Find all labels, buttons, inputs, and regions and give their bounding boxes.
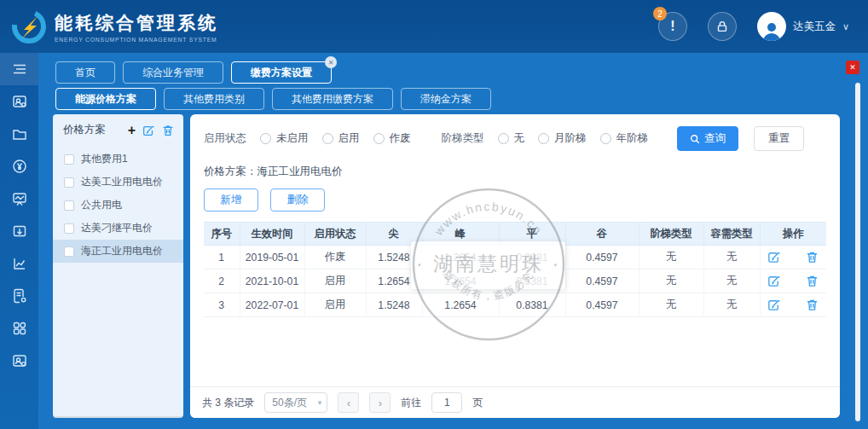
plan-line-label: 价格方案： (204, 165, 258, 177)
app-subtitle: ENERGY CONSUMPTION MANAGEMENT SYSTEM (55, 37, 218, 43)
lock-button[interactable] (708, 12, 737, 41)
app-logo: 能耗综合管理系统 ENERGY CONSUMPTION MANAGEMENT S… (12, 9, 218, 43)
sidebar-item-menu[interactable] (0, 53, 38, 85)
radio-enabled[interactable] (322, 133, 333, 144)
sidebar-item-export[interactable] (0, 215, 38, 247)
reset-button[interactable]: 重置 (754, 126, 804, 151)
sidebar-item-user-settings-2[interactable] (0, 345, 38, 377)
panel-title: 价格方案 (63, 123, 106, 137)
price-plan-item[interactable]: 达美刁继平电价 (53, 217, 183, 240)
sidebar-item-doc-settings[interactable] (0, 280, 38, 312)
table-actions: 新增 删除 (204, 188, 826, 212)
top-bar: 能耗综合管理系统 ENERGY CONSUMPTION MANAGEMENT S… (0, 0, 868, 53)
edit-plan-icon[interactable] (142, 124, 155, 137)
secondary-tab-bar: 能源价格方案 其他费用类别 其他费用缴费方案 滞纳金方案 (55, 88, 491, 110)
user-menu[interactable]: 达美五金 ∨ (757, 12, 849, 41)
tab-payment-plan-settings[interactable]: 缴费方案设置 ✕ (231, 61, 332, 84)
edit-row-button[interactable] (767, 298, 781, 312)
checkbox[interactable] (64, 200, 74, 211)
table-header-row: 序号 生效时间 启用状态 尖 峰 平 谷 阶梯类型 容需类型 操作 (204, 223, 826, 246)
next-page-button[interactable]: › (369, 392, 391, 413)
table-row: 3 2022-07-01 启用 1.5248 1.2654 0.8381 0.4… (204, 293, 826, 317)
close-all-button[interactable]: ✕ (846, 61, 859, 74)
add-button[interactable]: 新增 (204, 188, 258, 212)
delete-row-button[interactable] (805, 274, 819, 288)
delete-row-button[interactable] (805, 250, 819, 264)
username: 达美五金 (793, 20, 836, 34)
exclamation-icon: ! (670, 19, 674, 34)
ladder-filter-label: 阶梯类型 (442, 131, 484, 146)
delete-row-button[interactable] (805, 298, 819, 312)
caret-down-icon: ▾ (318, 398, 322, 407)
checkbox[interactable] (64, 154, 74, 165)
status-filter-label: 启用状态 (204, 131, 246, 146)
page-size-select[interactable]: 50条/页 ▾ (264, 392, 327, 413)
sidebar-item-reports[interactable] (0, 247, 38, 280)
radio-ladder-monthly[interactable] (538, 133, 549, 144)
delete-plan-icon[interactable] (161, 124, 175, 137)
presentation-chart-icon (11, 190, 28, 207)
logo-icon (12, 9, 46, 43)
sidebar-item-files[interactable] (0, 118, 38, 150)
lock-icon (715, 19, 730, 34)
checkbox[interactable] (64, 177, 74, 188)
apps-grid-icon (11, 320, 28, 337)
prev-page-button[interactable]: ‹ (338, 392, 359, 413)
radio-voided[interactable] (373, 133, 385, 144)
search-icon (690, 134, 700, 144)
tab-other-fee-payment-plan[interactable]: 其他费用缴费方案 (272, 88, 393, 110)
add-plan-icon[interactable]: + (128, 124, 136, 137)
table-row: 1 2019-05-01 作废 1.5248 1.2654 0.8381 0.4… (204, 246, 826, 270)
filter-bar: 启用状态 未启用 启用 作废 阶梯类型 无 月阶梯 年阶梯 查询 (204, 126, 826, 151)
checkbox[interactable] (64, 246, 74, 257)
folder-download-icon (11, 223, 28, 240)
price-plan-item-selected[interactable]: 海正工业用电电价 (53, 240, 183, 263)
vertical-scrollbar[interactable] (855, 83, 860, 421)
tab-late-fee-plan[interactable]: 滞纳金方案 (401, 88, 491, 110)
sidebar-item-apps[interactable] (0, 312, 38, 345)
pagination-bar: 共 3 条记录 50条/页 ▾ ‹ › 前往 页 (190, 386, 840, 418)
folder-icon (11, 125, 28, 142)
avatar (757, 12, 786, 41)
tab-energy-price-plan[interactable]: 能源价格方案 (55, 88, 156, 110)
notification-badge: 2 (653, 7, 667, 20)
search-button[interactable]: 查询 (677, 126, 738, 151)
checkbox[interactable] (64, 223, 74, 234)
line-chart-icon (11, 255, 28, 272)
radio-ladder-yearly[interactable] (600, 133, 611, 144)
price-plan-item[interactable]: 其他费用1 (53, 148, 183, 171)
sidebar-item-billing[interactable] (0, 150, 38, 183)
table-row: 2 2021-10-01 启用 1.2654 1.2654 0.8381 0.4… (204, 270, 826, 293)
sidebar-item-dashboard[interactable] (0, 183, 38, 215)
tab-home[interactable]: 首页 (55, 61, 115, 84)
page-number-input[interactable] (431, 392, 462, 413)
edit-row-button[interactable] (767, 274, 781, 288)
primary-tab-bar: 首页 综合业务管理 缴费方案设置 ✕ (55, 61, 332, 84)
price-plan-item[interactable]: 达美工业用电电价 (53, 171, 183, 194)
content-area: 首页 综合业务管理 缴费方案设置 ✕ ✕ 能源价格方案 其他费用类别 其他费用缴… (38, 53, 868, 429)
price-plan-list: 其他费用1 达美工业用电电价 公共用电 达美刁继平电价 海正工业用电电价 (53, 148, 183, 263)
page-unit-label: 页 (472, 396, 483, 410)
tab-other-fee-category[interactable]: 其他费用类别 (164, 88, 264, 110)
main-panel: 启用状态 未启用 启用 作废 阶梯类型 无 月阶梯 年阶梯 查询 (190, 114, 840, 418)
app-title: 能耗综合管理系统 (55, 11, 218, 35)
goto-label: 前往 (401, 396, 421, 410)
total-records: 共 3 条记录 (202, 396, 254, 410)
sidebar-item-user-settings[interactable] (0, 85, 38, 118)
radio-ladder-none[interactable] (498, 133, 509, 144)
edit-row-button[interactable] (767, 250, 781, 264)
tab-business-management[interactable]: 综合业务管理 (123, 61, 223, 84)
price-plan-panel: 价格方案 + 其他费用1 达美工业用电电价 公共 (53, 114, 183, 418)
delete-button[interactable]: 删除 (270, 188, 325, 212)
selected-plan-line: 价格方案：海正工业用电电价 (204, 165, 826, 179)
radio-not-enabled[interactable] (260, 133, 271, 144)
notification-button[interactable]: ! 2 (658, 12, 687, 41)
price-table: 序号 生效时间 启用状态 尖 峰 平 谷 阶梯类型 容需类型 操作 1 (204, 222, 826, 317)
plan-line-value: 海正工业用电电价 (258, 165, 343, 177)
price-plan-item[interactable]: 公共用电 (53, 194, 183, 217)
menu-list-icon (11, 61, 28, 78)
tab-close-icon[interactable]: ✕ (325, 56, 337, 68)
sidebar-nav (0, 53, 38, 429)
user-card-gear-icon (11, 352, 28, 369)
document-gear-icon (11, 287, 28, 304)
